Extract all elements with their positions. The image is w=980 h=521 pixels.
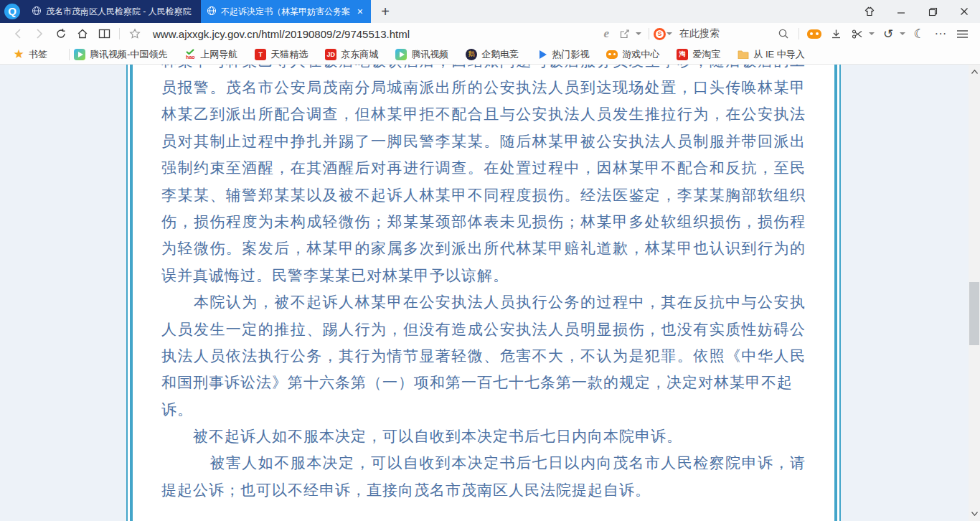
forward-button[interactable] (29, 24, 50, 43)
bookmark-taobao[interactable]: 淘 爱淘宝 (677, 48, 720, 61)
favorite-star-button[interactable] (124, 24, 146, 43)
ie-compat-icon[interactable]: e (599, 27, 613, 41)
chevron-down-icon[interactable] (636, 32, 641, 35)
address-toolbar: www.ajxxgk.jcy.gov.cn/html/20190809/2/97… (0, 23, 980, 44)
doc-line: 被害人如不服本决定，可以自收到本决定书后七日以内向茂名市人民检察院申诉，请求 (161, 450, 806, 477)
search-engine-caret-icon[interactable] (666, 32, 672, 35)
hao-nav-icon: hao (184, 49, 196, 60)
new-tab-button[interactable]: + (371, 0, 400, 23)
document-body: 林某甲与林某乙等人在饭店吃饭饮酒后，因结账问题与饭店服务员发生争吵，随后饭店的工… (130, 65, 837, 521)
restore-button[interactable] (917, 0, 948, 23)
doc-line: 李某某、辅警郑某某以及被不起诉人林某甲不同程度损伤。经法医鉴定，李某某胸部软组织… (161, 182, 806, 209)
bookmarks-divider (69, 49, 70, 60)
tencent-video-icon (74, 49, 85, 60)
document-card: 林某甲与林某乙等人在饭店吃饭饮酒后，因结账问题与饭店服务员发生争吵，随后饭店的工… (126, 65, 841, 521)
menu-hamburger-icon[interactable] (951, 24, 973, 43)
doc-line: 本院认为，被不起诉人林某甲在公安执法人员执行公务的过程中，其在反抗中与公安执法 (161, 289, 806, 316)
folder-icon (738, 49, 749, 60)
tencent-video-icon (395, 49, 407, 60)
doc-line: 人员发生一定的推拉、踢人行为，但没有造成公安执法人员明显损伤，也没有实质性妨碍公… (161, 316, 806, 343)
tab-bar-spacer (400, 0, 854, 23)
doc-line: 和国刑事诉讼法》第十六条第（一）项和第一百七十七条第一款的规定，决定对林某甲不起 (161, 370, 806, 396)
doc-line: 强制约束至酒醒，在其酒醒后对再进行调查。在处置过程中，因林某甲不配合和反抗，至民… (161, 155, 806, 182)
tab-bar: Q 茂名市茂南区人民检察院 - 人民检察院 不起诉决定书（林某甲妨害公务案） ×… (0, 0, 980, 23)
bookmark-hot-movies[interactable]: 热门影视 (536, 48, 589, 61)
bookmark-tencent-video-cn[interactable]: 腾讯视频-中国领先 (74, 48, 167, 61)
window-controls (854, 0, 980, 23)
scrollbar-thumb[interactable] (969, 282, 979, 345)
doc-line: 为轻微伤。案发后，林某甲的家属多次到派出所代林某甲赔礼道歉，林某甲也认识到行为的… (161, 235, 806, 262)
bookmarks-bar: ★ 书签 腾讯视频-中国领先 hao 上网导航 T 天猫精选 JD 京东商城 腾… (0, 44, 980, 65)
doc-line: 被不起诉人如不服本决定，可以自收到本决定书后七日内向本院申诉。 (161, 423, 806, 450)
globe-icon (207, 6, 217, 18)
bookmark-jd[interactable]: JD 京东商城 (325, 48, 378, 61)
url-field[interactable]: www.ajxxgk.jcy.gov.cn/html/20190809/2/97… (153, 28, 410, 40)
bookmark-manager[interactable]: ★ 书签 (13, 48, 47, 61)
bookmark-game-center[interactable]: 游戏中心 (606, 48, 659, 61)
penguin-esports-icon: 鹅 (466, 49, 477, 60)
gamepad-icon (606, 49, 618, 60)
tab-procuratorate-home[interactable]: 茂名市茂南区人民检察院 - 人民检察院 (26, 6, 201, 18)
toolbar-divider (649, 28, 649, 39)
sogou-search-icon[interactable]: S (654, 28, 666, 40)
play-arrow-icon (536, 49, 547, 60)
doc-line: 诉。 (161, 397, 806, 423)
doc-line: 误并真诚悔过。民警李某某已对林某甲予以谅解。 (161, 263, 806, 289)
search-input[interactable]: 在此搜索 (679, 27, 773, 40)
game-center-icon[interactable] (807, 29, 821, 39)
undo-caret-icon[interactable] (900, 32, 905, 35)
web-page-viewport: 林某甲与林某乙等人在饭店吃饭饮酒后，因结账问题与饭店服务员发生争吵，随后饭店的工… (0, 65, 980, 521)
minimize-button[interactable] (885, 0, 917, 23)
taobao-icon: 淘 (677, 49, 688, 60)
bookmark-import-from-ie[interactable]: 从 IE 中导入 (738, 48, 805, 61)
jd-icon: JD (325, 49, 336, 60)
scroll-down-arrow-icon[interactable] (969, 508, 980, 520)
scroll-up-arrow-icon[interactable] (969, 66, 980, 78)
close-window-button[interactable] (948, 0, 980, 23)
vertical-scrollbar[interactable] (969, 65, 980, 521)
bookmark-penguin-esports[interactable]: 鹅 企鹅电竞 (466, 48, 519, 61)
doc-line: 员对其制止过程中挣扎并踢了一脚民警李某某。随后林某甲被公安执法人员制服并带回派出… (161, 128, 806, 155)
bookmark-tmall[interactable]: T 天猫精选 (255, 48, 308, 61)
home-button[interactable] (72, 24, 93, 43)
night-mode-moon-icon[interactable]: ☾ (908, 27, 930, 42)
share-icon[interactable] (613, 24, 635, 43)
tmall-icon: T (255, 49, 266, 60)
reading-list-button[interactable] (93, 24, 115, 43)
refresh-button[interactable] (50, 24, 72, 43)
doc-line: 林某乙到派出所配合调查，但林某甲拒不配合且与公安执法人员发生推拉行为，在公安执法… (161, 101, 806, 128)
browser-logo-icon[interactable]: Q (4, 4, 20, 19)
tab-bar-left: Q 茂名市茂南区人民检察院 - 人民检察院 (0, 0, 201, 23)
undo-icon[interactable]: ↺ (877, 27, 899, 42)
back-button[interactable] (7, 24, 29, 43)
tab-close-icon[interactable]: × (355, 6, 365, 17)
toolbar-divider (798, 28, 799, 39)
clipped-top-line: 林某甲与林某乙等人在饭店吃饭饮酒后，因结账问题与饭店服务员发生争吵，随后饭店的工… (161, 65, 806, 75)
bookmark-star-icon: ★ (13, 49, 24, 60)
screenshot-scissors-icon[interactable] (847, 24, 868, 43)
search-icon[interactable] (773, 24, 794, 43)
tab-title: 不起诉决定书（林某甲妨害公务案） (221, 6, 351, 18)
toolbar-right: e S 在此搜索 (599, 24, 973, 43)
download-icon[interactable] (825, 24, 847, 43)
doc-line: 员报警。茂名市公安局茂南分局城南派出所的公安执法人员到达现场处置，口头传唤林某甲… (161, 75, 806, 101)
tab-title: 茂名市茂南区人民检察院 - 人民检察院 (46, 6, 195, 18)
doc-line: 伤，损伤程度为未构成轻微伤；郑某某颈部体表未见损伤；林某甲多处软组织损伤，损伤程… (161, 209, 806, 235)
tab-decision-document[interactable]: 不起诉决定书（林某甲妨害公务案） × (201, 0, 371, 23)
doc-line: 林某甲与林某乙等人在饭店吃饭饮酒后，因结账问题与饭店服务员发生争吵，随后饭店的工… (161, 65, 806, 75)
skin-theme-button[interactable] (854, 0, 885, 23)
more-ellipsis-icon[interactable]: ··· (930, 27, 951, 41)
doc-line: 提起公诉；也可以不经申诉，直接向茂名市茂南区人民法院提起自诉。 (161, 477, 806, 504)
toolbar-divider (119, 28, 120, 39)
screenshot-caret-icon[interactable] (869, 32, 875, 35)
doc-line: 执法人员依法执行公务，其行为情节显著轻微、危害不大，不认为是犯罪。依照《中华人民… (161, 343, 806, 370)
bookmark-hao-navigation[interactable]: hao 上网导航 (184, 48, 237, 61)
globe-icon (32, 6, 42, 18)
bookmark-tencent-video[interactable]: 腾讯视频 (395, 48, 448, 61)
